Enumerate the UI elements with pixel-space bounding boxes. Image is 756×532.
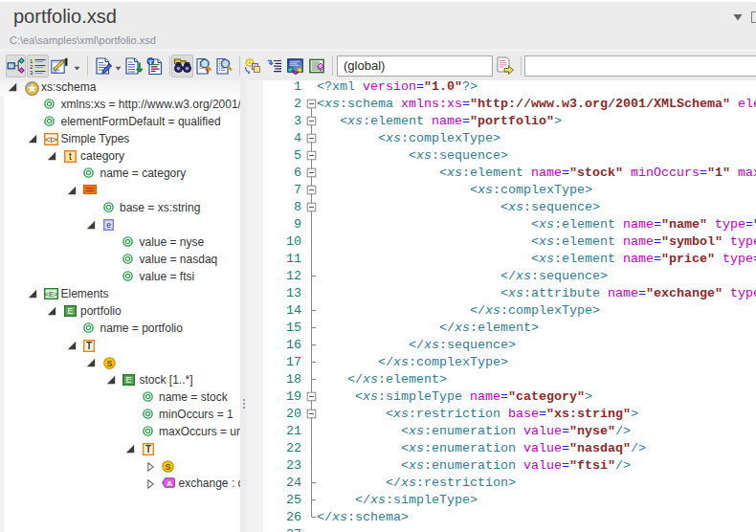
svg-text:<t>: <t> — [45, 135, 57, 144]
svg-text:3: 3 — [30, 70, 33, 75]
svg-text:<E>: <E> — [45, 290, 58, 299]
svg-text:E: E — [125, 375, 131, 385]
svg-text:S: S — [165, 462, 170, 472]
svg-text:A: A — [167, 479, 172, 488]
svg-text:T: T — [148, 57, 153, 65]
svg-text:T: T — [145, 444, 150, 454]
svg-text:S: S — [106, 359, 112, 368]
svg-text:E: E — [67, 306, 73, 316]
svg-text:T: T — [86, 341, 92, 351]
svg-text:t: t — [69, 151, 72, 162]
svg-text:e: e — [106, 220, 111, 230]
